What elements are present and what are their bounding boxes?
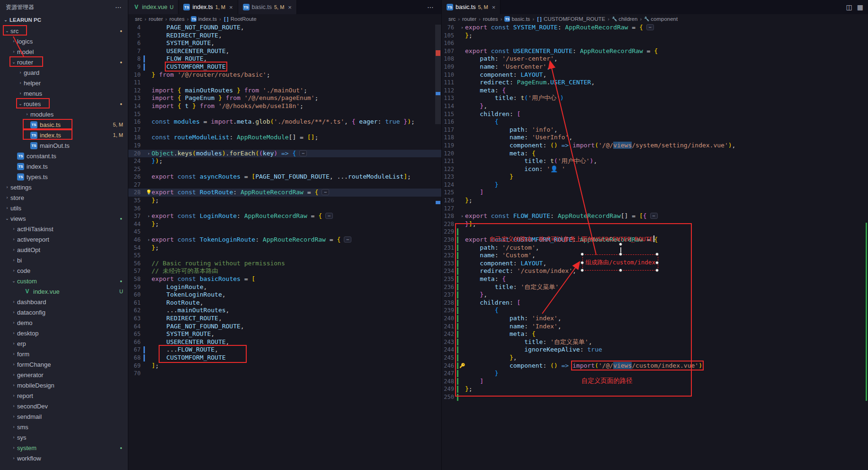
tree-item-formChange[interactable]: ›formChange [0,359,128,370]
code-editor-middle[interactable]: 4 PAGE_NOT_FOUND_ROUTE,5 REDIRECT_ROUTE,… [128,24,441,470]
code-line-26[interactable]: 26export const asyncRoutes = [PAGE_NOT_F… [128,173,441,181]
lightbulb-icon[interactable]: 💡 [146,189,152,197]
code-line-59[interactable]: 59 LoginRoute, [128,283,441,291]
tree-item-sms[interactable]: ›sms [0,422,128,432]
breadcrumb-index.ts[interactable]: TSindex.ts [191,16,217,22]
breadcrumb-routes[interactable]: routes [170,16,185,22]
code-line-61[interactable]: 61 RootRoute, [128,299,441,307]
tab-basic.ts[interactable]: TSbasic.ts5, M× [442,0,501,14]
tree-item-basic.ts[interactable]: TSbasic.ts5, M [0,119,128,130]
close-icon[interactable]: × [288,4,292,11]
tree-item-dataconfig[interactable]: ›dataconfig [0,307,128,317]
breadcrumb-component[interactable]: 🔧component [644,16,678,22]
code-line-17[interactable]: 17 [128,126,441,134]
fold-collapsed-icon[interactable]: › [146,212,152,220]
code-line-70[interactable]: 70 [128,370,441,378]
code-line-119[interactable]: 119 component: () => import('/@/views/sy… [442,142,868,150]
code-line-235[interactable]: 235 meta: { [442,275,868,283]
code-line-242[interactable]: 242 meta: { [442,330,868,338]
code-line-236[interactable]: 236 title: '自定义菜单' [442,283,868,291]
code-line-7[interactable]: 7 USERCENTER_ROUTE, [128,47,441,55]
tree-item-logics[interactable]: ›logics [0,36,128,46]
tree-item-mainOut.ts[interactable]: TSmainOut.ts [0,140,128,151]
breadcrumb-src[interactable]: src [448,16,456,22]
code-line-112[interactable]: 112 meta: { [442,87,868,95]
code-line-108[interactable]: 108 path: '/user-center', [442,55,868,63]
tree-item-routes[interactable]: ⌄routes● [0,99,128,109]
tree-item-custom[interactable]: ⌄custom● [0,276,128,286]
folded-region-placeholder[interactable]: ⋯ [344,236,351,243]
tree-item-index.vue[interactable]: Vindex.vueU [0,286,128,297]
code-line-76[interactable]: 76›export const SYSTEM_ROUTE: AppRouteRe… [442,24,868,32]
code-line-230[interactable]: 230export const CUSTOMFORM_ROUTE: AppRou… [442,236,868,244]
tree-item-mobileDesign[interactable]: ›mobileDesign [0,380,128,390]
code-line-67[interactable]: 67 ...FLOW_ROUTE, [128,346,441,354]
code-line-56[interactable]: 56// Basic routing without permissions [128,260,441,268]
code-line-232[interactable]: 232 name: 'Custom', [442,252,868,260]
tree-item-report[interactable]: ›report [0,390,128,401]
code-line-27[interactable]: 27 [128,181,441,189]
tree-item-index.ts[interactable]: TSindex.ts1, M [0,130,128,140]
fold-collapsed-icon[interactable]: › [459,212,465,220]
tree-item-utils[interactable]: ›utils [0,203,128,213]
breadcrumb-basic.ts[interactable]: TSbasic.ts [504,16,530,22]
tree-item-bi[interactable]: ›bi [0,255,128,265]
code-line-228[interactable]: 228}]; [442,220,868,228]
tab-overflow-icon[interactable]: ⋯ [427,0,441,14]
code-line-57[interactable]: 57// 未经许可的基本路由 [128,267,441,275]
tree-item-menus[interactable]: ›menus [0,88,128,99]
key-icon[interactable]: 🔑 [459,362,465,370]
tree-item-workflow[interactable]: ›workflow [0,453,128,463]
code-line-121[interactable]: 121 title: t('用户中心'), [442,157,868,165]
code-line-125[interactable]: 125 ] [442,189,868,197]
close-icon[interactable]: × [492,4,496,11]
code-line-115[interactable]: 115 children: [ [442,110,868,118]
breadcrumb-children[interactable]: 🔧children [612,16,638,22]
code-line-107[interactable]: 107export const USERCENTER_ROUTE: AppRou… [442,47,868,55]
tree-item-desktop[interactable]: ›desktop [0,328,128,338]
code-line-36[interactable]: 36 [128,205,441,213]
code-line-11[interactable]: 11 [128,79,441,87]
code-line-246[interactable]: 246🔑 component: () => import('/@/views/c… [442,362,868,370]
fold-collapsed-icon[interactable]: › [459,24,465,32]
code-line-241[interactable]: 241 name: 'Index', [442,323,868,331]
code-line-128[interactable]: 128›export const FLOW_ROUTE: AppRouteRec… [442,212,868,220]
tree-item-actHiTaskinst[interactable]: ›actHiTaskinst [0,224,128,234]
code-line-69[interactable]: 69]; [128,362,441,370]
code-line-118[interactable]: 118 name: 'UserInfo', [442,134,868,142]
tree-item-store[interactable]: ›store [0,192,128,203]
folded-region-placeholder[interactable]: ⋯ [325,213,333,219]
code-line-122[interactable]: 122 icon: '👤 ' [442,165,868,173]
explorer-more-actions-icon[interactable]: ⋯ [115,3,122,11]
code-line-237[interactable]: 237 }, [442,291,868,299]
breadcrumb-router[interactable]: router [149,16,163,22]
code-line-117[interactable]: 117 path: 'info', [442,126,868,134]
tree-item-secondDev[interactable]: ›secondDev [0,401,128,411]
code-line-248[interactable]: 248 ] [442,378,868,386]
code-line-116[interactable]: 116 { [442,118,868,126]
tree-item-modules[interactable]: ›modules [0,109,128,119]
code-line-244[interactable]: 244 ignoreKeepAlive: true [442,346,868,354]
close-icon[interactable]: × [229,4,233,11]
code-line-6[interactable]: 6 SYSTEM_ROUTE, [128,39,441,47]
code-line-14[interactable]: 14import { t } from '/@/hooks/web/useI18… [128,102,441,110]
code-line-35[interactable]: 35}; [128,197,441,205]
code-line-247[interactable]: 247 } [442,370,868,378]
code-line-20[interactable]: 20›Object.keys(modules).forEach((key) =>… [128,150,441,158]
explorer-section-header[interactable]: ⌄ LEARUN PC [0,14,128,26]
tree-item-router[interactable]: ⌄router● [0,57,128,67]
code-line-127[interactable]: 127 [442,205,868,213]
tree-item-helper[interactable]: ›helper [0,78,128,88]
tree-item-guard[interactable]: ›guard [0,67,128,78]
code-line-126[interactable]: 126}; [442,197,868,205]
tree-item-code[interactable]: ›code [0,265,128,276]
code-line-123[interactable]: 123 } [442,173,868,181]
tree-item-src[interactable]: ⌄src● [0,26,128,36]
breadcrumb-RootRoute[interactable]: []RootRoute [224,16,257,22]
tree-item-model[interactable]: ›model [0,46,128,57]
split-editor-icon[interactable]: ◫ [846,3,852,11]
tree-item-constant.ts[interactable]: TSconstant.ts [0,151,128,161]
breadcrumb-src[interactable]: src [135,16,142,22]
code-line-58[interactable]: 58export const basicRoutes = [ [128,275,441,283]
code-line-44[interactable]: 44}; [128,220,441,228]
